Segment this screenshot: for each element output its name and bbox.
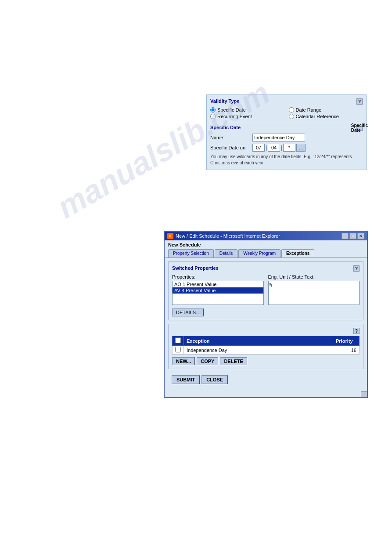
submit-button[interactable]: SUBMIT [172,375,200,384]
radio-calendar-reference-label: Calendar Reference [296,114,339,119]
exc-col-exception: Exception [184,336,333,346]
tab-details[interactable]: Details [215,249,238,258]
specific-date-header: Specific Date Specific Date [210,125,363,131]
tab-exceptions-label: Exceptions [286,251,309,256]
validity-radio-group: Specific Date Date Range Recurring Event… [210,107,363,119]
specific-date-help-icon[interactable]: Specific Date [356,125,363,131]
radio-date-range-label: Date Range [296,107,322,112]
tabs-bar: Property Selection Details Weekly Progra… [165,249,367,258]
date-month-input[interactable] [252,144,265,152]
eng-textarea[interactable]: % [268,281,360,305]
date-wildcard-input[interactable] [283,144,295,152]
eng-col-label: Eng. Unit / State Text: [268,274,360,279]
props-left: Properties: AO 1,Present Value AV 4,Pres… [172,274,264,306]
properties-col-label: Properties: [172,274,264,279]
date-group: | | ... [252,144,306,152]
date-sep-2: | [281,145,282,151]
browser-app-icon: e [167,233,173,239]
browser-window: e New / Edit Schedule - Microsoft Intern… [164,231,368,398]
tab-property-selection[interactable]: Property Selection [168,249,214,258]
tab-weekly-program-label: Weekly Program [243,251,276,256]
switched-properties-header: Switched Properties ? [172,265,360,272]
copy-button[interactable]: COPY [197,357,218,365]
exc-row-exception-cell: Independence Day [184,346,333,355]
radio-date-range-input[interactable] [289,107,294,112]
date-label: Specific Date on: [210,145,250,150]
window-subtitle: New Schedule [165,240,367,249]
radio-specific-date-input[interactable] [210,107,216,112]
date-sep-1: | [266,145,267,151]
name-label: Name: [210,135,250,140]
exc-row-priority-cell: 16 [333,346,360,355]
browser-titlebar: e New / Edit Schedule - Microsoft Intern… [165,232,367,240]
exceptions-table-section: ? Exception Priority [168,324,363,369]
radio-calendar-reference[interactable]: Calendar Reference [289,114,363,119]
exc-row-checkbox-cell [173,346,184,355]
tab-property-selection-label: Property Selection [173,251,209,256]
exc-row-priority-value: 16 [351,348,356,353]
exceptions-table: Exception Priority Independence Day 16 [172,336,360,355]
radio-date-range[interactable]: Date Range [289,107,363,112]
tab-weekly-program[interactable]: Weekly Program [238,249,281,258]
panel-divider [210,122,363,122]
validity-help-icon[interactable]: ? [356,98,363,105]
props-right: Eng. Unit / State Text: % [268,274,360,306]
titlebar-left: e New / Edit Schedule - Microsoft Intern… [167,233,280,239]
exc-col-priority: Priority [333,336,360,346]
restore-button[interactable]: □ [349,233,356,239]
scrollbar-corner [361,391,367,397]
properties-listbox[interactable]: AO 1,Present Value AV 4,Present Value [172,281,264,305]
delete-button[interactable]: DELETE [220,357,247,365]
exc-row-exception-value: Independence Day [187,348,227,353]
switched-properties-help-icon[interactable]: ? [353,265,360,272]
exc-col-checkbox [173,336,184,346]
browser-title: New / Edit Schedule - Microsoft Internet… [176,233,280,239]
switched-properties-section: Switched Properties ? Properties: AO 1,P… [168,261,363,320]
close-window-button[interactable]: ✕ [357,233,364,239]
browser-footer [165,391,367,397]
exc-select-all-checkbox[interactable] [175,337,181,343]
props-layout: Properties: AO 1,Present Value AV 4,Pres… [172,274,360,306]
details-button[interactable]: DETAILS... [172,308,204,316]
name-input[interactable] [252,134,305,141]
minimize-button[interactable]: _ [342,233,349,239]
validity-type-header: Validity Type ? [210,98,363,105]
exc-row-checkbox[interactable] [175,347,181,352]
name-row: Name: [210,134,363,141]
radio-calendar-reference-input[interactable] [289,114,294,119]
bottom-buttons: SUBMIT CLOSE [168,373,363,388]
validity-type-panel: Validity Type ? Specific Date Date Range… [206,94,367,170]
new-button[interactable]: NEW... [172,357,195,365]
exceptions-help-icon[interactable]: ? [353,328,360,334]
radio-specific-date-label: Specific Date [217,107,246,112]
action-buttons: NEW... COPY DELETE [172,357,360,365]
switched-properties-title: Switched Properties [172,265,219,271]
window-subtitle-text: New Schedule [168,242,201,247]
date-hint: You may use wildcards in any of the date… [210,154,363,166]
tab-exceptions[interactable]: Exceptions [281,249,314,258]
date-day-input[interactable] [268,144,280,152]
date-row: Specific Date on: | | ... [210,144,363,152]
tab-exceptions-content: Switched Properties ? Properties: AO 1,P… [165,258,367,391]
radio-specific-date[interactable]: Specific Date [210,107,284,112]
table-row: Independence Day 16 [173,346,360,355]
specific-date-title: Specific Date [210,125,241,130]
titlebar-buttons: _ □ ✕ [342,233,364,239]
date-browse-button[interactable]: ... [296,144,306,152]
radio-recurring-event-input[interactable] [210,114,216,119]
radio-recurring-event[interactable]: Recurring Event [210,114,284,119]
list-item-ao1[interactable]: AO 1,Present Value [173,281,263,287]
radio-recurring-event-label: Recurring Event [217,114,252,119]
validity-type-title: Validity Type [210,98,239,104]
tab-details-label: Details [219,251,233,256]
list-item-av4[interactable]: AV 4,Present Value [173,287,263,294]
close-button[interactable]: CLOSE [201,375,228,384]
